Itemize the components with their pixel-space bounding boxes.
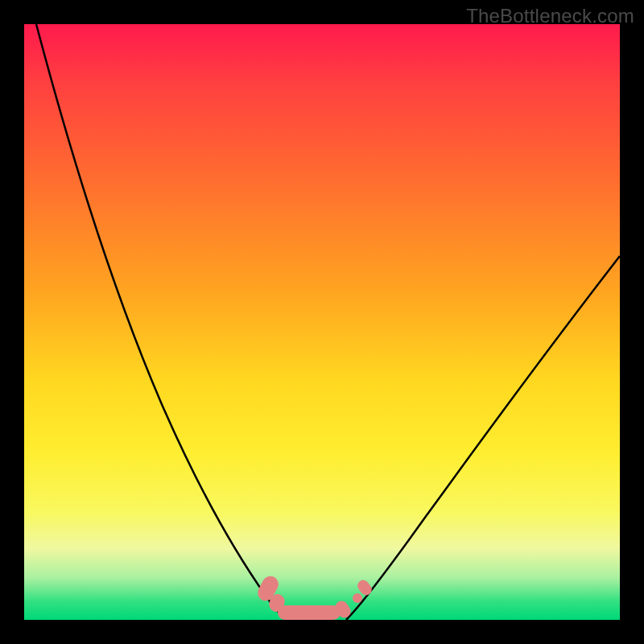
chart-curves <box>24 24 620 620</box>
left-curve-line <box>36 24 287 620</box>
right-curve-line <box>346 256 620 620</box>
chart-plot-area <box>24 24 620 620</box>
valley-marker-bottom <box>278 605 341 620</box>
watermark-text: TheBottleneck.com <box>466 5 634 27</box>
valley-marker-right-dot <box>353 593 362 603</box>
